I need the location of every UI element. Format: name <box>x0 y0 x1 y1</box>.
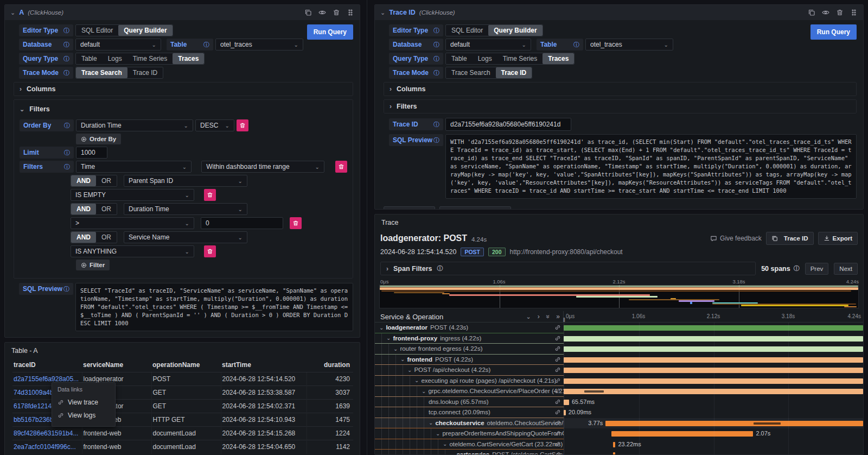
condition-operator-select[interactable]: IS EMPTY⌄ <box>71 189 194 201</box>
filters-section-header[interactable]: ⌄Filters <box>20 103 347 115</box>
trace-id-link[interactable]: 2ea7acfc0104f996c... <box>12 440 82 454</box>
collapse-chevron-icon[interactable]: ⌄ <box>10 9 15 16</box>
expand-all-icon[interactable]: » <box>556 313 560 320</box>
column-header-duration[interactable]: duration <box>307 358 353 372</box>
span-link-icon[interactable] <box>554 430 561 437</box>
span-row[interactable]: ⌄executing api route (pages) /api/checko… <box>375 376 863 387</box>
add-order-by-button[interactable]: Order By <box>76 134 121 144</box>
minimap-canvas[interactable] <box>379 285 859 308</box>
delete-query-icon[interactable] <box>333 9 340 16</box>
span-row[interactable]: ⌄loadgeneratorPOST (4.23s) <box>375 323 863 333</box>
span-filters-toggle[interactable]: ›Span Filtersⓘ <box>380 262 756 275</box>
columns-section[interactable]: ›Columns <box>384 82 857 96</box>
column-resize-handle[interactable]: ‖ <box>563 318 565 323</box>
collapse-chevron-icon[interactable]: ⌄ <box>380 9 385 16</box>
chevron-down-icon[interactable]: ⌄ <box>450 452 454 455</box>
span-name-cell[interactable]: ⌄router frontend egress (4.22s) <box>375 344 564 355</box>
editor-type-query-builder[interactable]: Query Builder <box>488 25 542 36</box>
span-duration-bar[interactable] <box>564 378 863 384</box>
span-row[interactable]: ⌄oteldemo.CartService/GetCart (23.22ms)2… <box>375 439 863 450</box>
column-header-traceID[interactable]: traceID <box>12 358 82 372</box>
span-link-icon[interactable] <box>554 451 561 455</box>
span-duration-bar[interactable] <box>564 346 863 352</box>
toggle-visibility-icon[interactable] <box>822 9 829 16</box>
span-row[interactable]: ⌄grpc.oteldemo.CheckoutService/PlaceOrde… <box>375 386 863 397</box>
span-row[interactable]: ⌄checkoutserviceoteldemo.CheckoutService… <box>375 418 863 429</box>
delete-button[interactable] <box>335 161 347 173</box>
delete-query-icon[interactable] <box>836 9 844 16</box>
trace-mode-trace-search[interactable]: Trace Search <box>76 67 127 78</box>
span-link-icon[interactable] <box>554 324 561 331</box>
trace-mode-trace-search[interactable]: Trace Search <box>446 67 496 78</box>
span-duration-bar[interactable] <box>564 389 863 394</box>
table-select[interactable]: otel_traces⌄ <box>215 39 303 50</box>
and-option[interactable]: AND <box>71 204 96 214</box>
add-query-button[interactable]: +Add query <box>384 206 435 210</box>
span-row[interactable]: ⌄POST /api/checkout (4.22s) <box>375 365 863 376</box>
chevron-down-icon[interactable]: ⌄ <box>379 325 384 331</box>
trace-minimap[interactable]: 0μs1.06s2.12s3.18s4.24s <box>379 279 859 308</box>
span-row[interactable]: ⌄frontend-proxyingress (4.22s) <box>375 333 863 344</box>
span-row[interactable]: ⌄prepareOrderItemsAndShippingQuoteFromCa… <box>375 428 863 439</box>
span-row[interactable]: dns.lookup (65.57ms)65.57ms <box>375 397 863 408</box>
filter-field-select[interactable]: Time⌄ <box>76 161 192 173</box>
span-name-cell[interactable]: ⌄grpc.oteldemo.CheckoutService/PlaceOrde… <box>375 386 564 397</box>
next-button[interactable]: Next <box>834 263 858 275</box>
span-name-cell[interactable]: ⌄checkoutserviceoteldemo.CheckoutService… <box>375 418 564 429</box>
span-row[interactable]: ⌄cartservicePOST /oteldemo.CartService/G… <box>375 450 863 455</box>
chevron-down-icon[interactable]: ⌄ <box>400 356 405 362</box>
limit-input[interactable]: 1000 <box>76 147 107 159</box>
span-link-icon[interactable] <box>554 441 561 447</box>
expand-one-icon[interactable]: › <box>538 313 540 320</box>
collapse-all-icon[interactable]: » <box>545 315 551 319</box>
trace-id-input[interactable]: d2a7155ef6a928a05680e5ff6190241d <box>445 118 571 131</box>
and-option[interactable]: AND <box>71 232 96 243</box>
database-select[interactable]: default⌄ <box>75 39 161 50</box>
trace-id-button[interactable]: Trace ID <box>766 232 814 245</box>
give-feedback-link[interactable]: Give feedback <box>710 235 762 242</box>
delete-button[interactable] <box>204 245 216 257</box>
span-link-icon[interactable] <box>554 335 561 342</box>
duplicate-query-icon[interactable] <box>304 9 312 16</box>
span-name-cell[interactable]: ⌄cartservicePOST /oteldemo.CartService/G… <box>375 450 564 455</box>
editor-type-query-builder[interactable]: Query Builder <box>118 25 172 36</box>
condition-value-input[interactable]: 0 <box>201 217 283 229</box>
column-header-serviceName[interactable]: serviceName <box>82 358 151 372</box>
and-option[interactable]: AND <box>71 175 96 186</box>
query-type-table[interactable]: Table <box>76 53 103 64</box>
data-link-view-logs[interactable]: View logs <box>58 409 110 422</box>
column-header-operationName[interactable]: operationName <box>151 358 221 372</box>
span-name-cell[interactable]: ⌄oteldemo.CartService/GetCart (23.22ms) <box>375 439 564 450</box>
span-duration-bar[interactable] <box>605 421 863 426</box>
export-button[interactable]: Export <box>818 232 858 245</box>
delete-button[interactable] <box>237 119 248 131</box>
chevron-down-icon[interactable]: ⌄ <box>414 377 419 383</box>
prev-button[interactable]: Prev <box>805 263 829 275</box>
query-type-time-series[interactable]: Time Series <box>127 53 173 64</box>
or-option[interactable]: OR <box>96 204 117 214</box>
query-type-traces[interactable]: Traces <box>542 53 574 64</box>
query-type-logs[interactable]: Logs <box>473 53 497 64</box>
pane-resizer[interactable] <box>367 0 367 455</box>
run-query-button[interactable]: Run Query <box>810 24 857 40</box>
data-link-view-trace[interactable]: View trace <box>58 396 110 409</box>
span-name-cell[interactable]: dns.lookup (65.57ms) <box>375 397 564 408</box>
query-type-traces[interactable]: Traces <box>173 53 204 64</box>
chevron-down-icon[interactable]: ⌄ <box>443 441 447 447</box>
span-name-cell[interactable]: ⌄POST /api/checkout (4.22s) <box>375 365 564 376</box>
duplicate-query-icon[interactable] <box>808 9 815 16</box>
chevron-down-icon[interactable]: ⌄ <box>436 431 440 437</box>
chevron-down-icon[interactable]: ⌄ <box>386 335 391 341</box>
trace-mode-trace-id[interactable]: Trace ID <box>496 67 532 78</box>
span-duration-bar[interactable] <box>564 336 863 342</box>
span-row[interactable]: ⌄frontendPOST (4.22s) <box>375 355 863 365</box>
span-duration-bar[interactable] <box>564 368 863 373</box>
span-link-icon[interactable] <box>554 420 561 426</box>
span-duration-bar[interactable] <box>564 400 569 405</box>
chevron-down-icon[interactable]: ⌄ <box>422 388 426 394</box>
collapse-one-icon[interactable]: ⌄ <box>526 314 531 320</box>
span-duration-bar[interactable] <box>564 410 566 415</box>
span-link-icon[interactable] <box>554 345 561 352</box>
span-row[interactable]: tcp.connect (20.09ms)20.09ms <box>375 407 863 418</box>
span-duration-bar[interactable] <box>613 452 615 455</box>
